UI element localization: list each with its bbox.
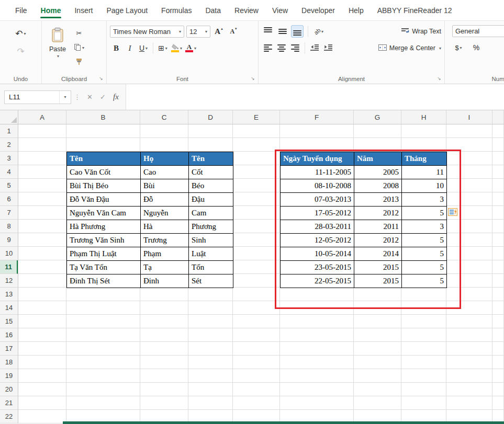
cell[interactable]: Trương: [141, 234, 189, 247]
cell[interactable]: Sinh: [189, 234, 233, 247]
row-header-22[interactable]: 22: [0, 410, 18, 423]
cell[interactable]: Tạ Văn Tốn: [67, 261, 141, 274]
column-header-G[interactable]: G: [354, 110, 401, 124]
row-header-20[interactable]: 20: [0, 383, 18, 396]
header-cell[interactable]: Tên: [67, 152, 141, 166]
cell[interactable]: Tạ: [141, 261, 189, 274]
cut-button[interactable]: ✂: [72, 27, 86, 39]
copy-button[interactable]: ▾: [72, 42, 86, 53]
formula-input[interactable]: [126, 84, 504, 110]
name-box[interactable]: L11 ▾: [4, 90, 71, 104]
column-header-D[interactable]: D: [188, 110, 233, 124]
column-header-H[interactable]: H: [401, 110, 446, 124]
row-header-4[interactable]: 4: [0, 165, 18, 179]
cell[interactable]: Đỗ Văn Đậu: [67, 193, 141, 207]
align-left-button[interactable]: [262, 42, 274, 54]
enter-button[interactable]: ✓: [96, 90, 109, 104]
row-header-1[interactable]: 1: [0, 124, 18, 138]
row-header-19[interactable]: 19: [0, 369, 18, 383]
font-color-button[interactable]: A ▾: [184, 42, 197, 54]
orientation-button[interactable]: ab ▾: [312, 25, 325, 38]
row-header-14[interactable]: 14: [0, 301, 18, 315]
cell[interactable]: Đỗ: [141, 193, 189, 207]
row-header-2[interactable]: 2: [0, 138, 18, 152]
row-header-7[interactable]: 7: [0, 206, 18, 220]
tab-developer[interactable]: Developer: [295, 0, 342, 20]
row-header-12[interactable]: 12: [0, 274, 18, 288]
row-header-13[interactable]: 13: [0, 288, 18, 301]
cell[interactable]: Phương: [189, 220, 233, 234]
select-all-button[interactable]: [0, 110, 18, 124]
row-header-8[interactable]: 8: [0, 220, 18, 233]
tab-view[interactable]: View: [265, 0, 295, 20]
tab-review[interactable]: Review: [228, 0, 265, 20]
top-align-button[interactable]: [262, 25, 274, 38]
column-header-partial[interactable]: [492, 110, 504, 124]
cell[interactable]: Phạm: [141, 247, 189, 261]
column-header-F[interactable]: F: [280, 110, 354, 124]
row-header-21[interactable]: 21: [0, 396, 18, 410]
cell[interactable]: Béo: [189, 179, 233, 193]
cell[interactable]: Đinh Thị Sét: [67, 274, 141, 288]
column-header-B[interactable]: B: [66, 110, 140, 124]
cell[interactable]: Trương Văn Sinh: [67, 234, 141, 247]
font-name-select[interactable]: Times New Roman ▾: [110, 26, 184, 38]
row-header-6[interactable]: 6: [0, 192, 18, 206]
tab-formulas[interactable]: Formulas: [154, 0, 198, 20]
bottom-align-button[interactable]: [291, 25, 304, 38]
cell[interactable]: Đậu: [189, 193, 233, 207]
bold-button[interactable]: B: [110, 42, 122, 54]
paste-button[interactable]: Paste ▾: [45, 25, 70, 68]
align-right-button[interactable]: [289, 42, 301, 54]
redo-button[interactable]: ↷: [15, 45, 27, 58]
flash-fill-options-button[interactable]: [448, 208, 457, 218]
row-header-5[interactable]: 5: [0, 179, 18, 192]
cell[interactable]: Phạm Thị Luật: [67, 247, 141, 261]
middle-align-button[interactable]: [276, 25, 289, 38]
cell[interactable]: Luật: [189, 247, 233, 261]
tab-insert[interactable]: Insert: [68, 0, 99, 20]
italic-button[interactable]: I: [124, 42, 136, 54]
cell[interactable]: Hà Phương: [67, 220, 141, 234]
increase-font-size-button[interactable]: A ▴: [212, 25, 225, 38]
tab-page-layout[interactable]: Page Layout: [99, 0, 154, 20]
accounting-format-button[interactable]: $ ▾: [452, 41, 465, 54]
clipboard-dialog-launcher[interactable]: ↘: [98, 75, 104, 82]
formula-bar-handle[interactable]: ⋮: [74, 93, 81, 101]
tab-help[interactable]: Help: [342, 0, 371, 20]
row-header-11[interactable]: 11: [0, 260, 18, 274]
decrease-indent-button[interactable]: [308, 42, 321, 54]
column-header-C[interactable]: C: [140, 110, 188, 124]
cell[interactable]: Cốt: [189, 166, 233, 179]
header-cell[interactable]: Tên: [189, 152, 233, 166]
cancel-button[interactable]: ✕: [83, 90, 96, 104]
row-header-9[interactable]: 9: [0, 233, 18, 247]
underline-button[interactable]: U ▾: [137, 42, 150, 54]
wrap-text-button[interactable]: Wrap Text: [401, 27, 441, 36]
format-painter-button[interactable]: [72, 56, 86, 68]
number-format-select[interactable]: General ▾: [452, 25, 504, 37]
tab-home[interactable]: Home: [34, 0, 68, 20]
decrease-font-size-button[interactable]: A ▾: [227, 25, 240, 38]
fill-color-button[interactable]: ▾: [170, 42, 183, 54]
cell[interactable]: Tốn: [189, 261, 233, 274]
cell[interactable]: Cao: [141, 166, 189, 179]
column-header-E[interactable]: E: [233, 110, 280, 124]
tab-data[interactable]: Data: [198, 0, 228, 20]
cell[interactable]: Nguyễn: [141, 207, 189, 220]
row-header-3[interactable]: 3: [0, 152, 18, 165]
alignment-dialog-launcher[interactable]: ↘: [436, 75, 442, 82]
row-header-15[interactable]: 15: [0, 315, 18, 328]
row-header-17[interactable]: 17: [0, 342, 18, 356]
insert-function-button[interactable]: fx: [109, 90, 122, 104]
column-header-I[interactable]: I: [446, 110, 492, 124]
cell[interactable]: Bùi: [141, 179, 189, 193]
align-center-button[interactable]: [275, 42, 288, 54]
cell[interactable]: Nguyễn Văn Cam: [67, 207, 141, 220]
cell[interactable]: Hà: [141, 220, 189, 234]
row-header-10[interactable]: 10: [0, 247, 18, 260]
tab-abbyy-finereader[interactable]: ABBYY FineReader 12: [371, 0, 459, 20]
cell[interactable]: Đinh: [141, 274, 189, 288]
borders-button[interactable]: ⊞ ▾: [156, 42, 169, 54]
font-size-select[interactable]: 12 ▾: [186, 26, 210, 38]
